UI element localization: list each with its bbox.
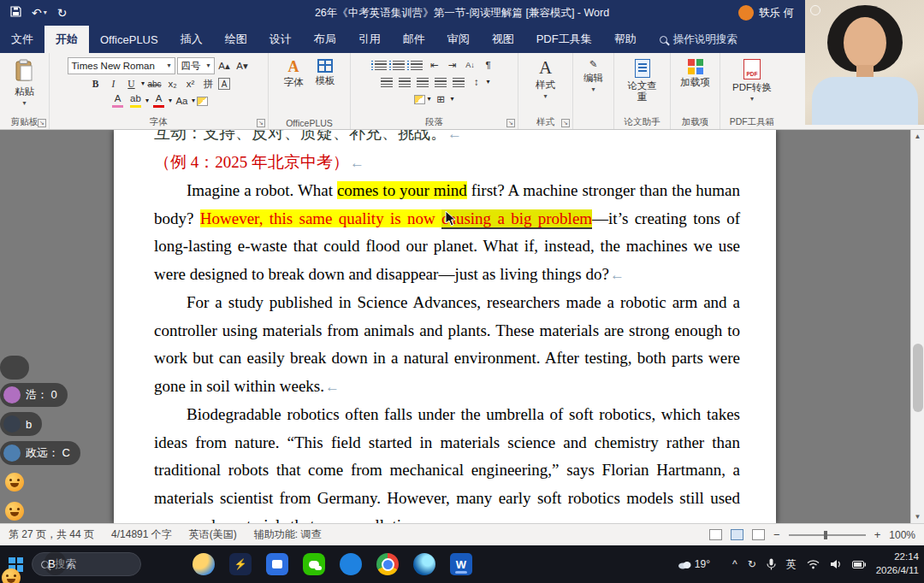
redo-button[interactable]: ↻ xyxy=(57,6,68,20)
tab-officeplus[interactable]: OfficePLUS xyxy=(89,26,169,53)
paragraph-dialog-launcher[interactable]: ↘ xyxy=(506,119,515,127)
word-app-icon[interactable]: W xyxy=(450,553,472,575)
clipboard-dialog-launcher[interactable]: ↘ xyxy=(38,119,46,127)
highlight-color-button[interactable]: ab xyxy=(127,93,144,109)
addins-button[interactable]: 加载项 xyxy=(676,56,714,91)
borders-icon[interactable]: ⊞ xyxy=(433,91,449,107)
styles-group: A 样式 ▾ 样式 ↘ xyxy=(518,53,573,129)
underline-button[interactable]: U xyxy=(123,76,139,91)
phonetic-guide-button[interactable]: 拼 xyxy=(200,76,216,91)
styles-button[interactable]: A 样式 ▾ xyxy=(531,56,560,103)
italic-button[interactable]: I xyxy=(105,76,121,91)
weather-widget-icon[interactable] xyxy=(192,553,215,575)
calendar-app-icon[interactable] xyxy=(266,553,288,575)
line-spacing-icon[interactable]: ↕ xyxy=(468,74,484,90)
paper-check-button[interactable]: 论文查重 xyxy=(619,56,665,105)
officeplus-template-button[interactable]: 模板 xyxy=(311,56,340,89)
scroll-down-icon[interactable]: ▼ xyxy=(911,510,924,523)
chrome-icon[interactable] xyxy=(376,553,399,575)
font-color-button[interactable]: A xyxy=(151,93,167,109)
distribute-icon[interactable] xyxy=(450,74,466,90)
character-border-button[interactable]: A xyxy=(218,78,230,90)
sort-icon[interactable]: A↓ xyxy=(462,57,478,73)
font-name-select[interactable]: Times New Roman▾ xyxy=(68,57,175,74)
tray-weather[interactable]: 19° xyxy=(678,558,710,570)
window-title: 26年《中考英语集训营》第一节-阅读理解篇 [兼容模式] - Word xyxy=(315,6,609,21)
tab-insert[interactable]: 插入 xyxy=(169,26,214,53)
pdf-convert-button[interactable]: PDF PDF转换 ▾ xyxy=(728,56,776,105)
align-center-icon[interactable] xyxy=(396,74,412,90)
zoom-slider[interactable] xyxy=(789,534,866,536)
zoom-slider-thumb[interactable] xyxy=(824,531,827,539)
decrease-indent-icon[interactable]: ⇤ xyxy=(426,57,442,73)
web-layout-icon[interactable] xyxy=(752,529,765,540)
save-icon[interactable] xyxy=(10,6,21,20)
tab-references[interactable]: 引用 xyxy=(347,26,392,53)
wifi-icon[interactable] xyxy=(807,559,820,569)
scrollbar-thumb[interactable] xyxy=(913,344,923,412)
title-bar: ↶▾ ↻ 26年《中考英语集训营》第一节-阅读理解篇 [兼容模式] - Word… xyxy=(0,0,924,26)
align-left-icon[interactable] xyxy=(378,74,394,90)
tab-review[interactable]: 审阅 xyxy=(436,26,481,53)
word-count[interactable]: 4/14891 个字 xyxy=(103,527,181,542)
qq-icon[interactable] xyxy=(340,553,362,575)
page-indicator[interactable]: 第 27 页，共 44 页 xyxy=(0,527,103,542)
edge-icon[interactable] xyxy=(413,553,435,575)
battery-icon[interactable] xyxy=(852,561,866,568)
input-language-indicator[interactable]: 英 xyxy=(786,557,797,572)
tell-me-search[interactable]: 操作说明搜索 xyxy=(648,26,749,53)
tab-help[interactable]: 帮助 xyxy=(603,26,648,53)
tray-expand-icon[interactable]: ^ xyxy=(732,558,737,570)
character-shading-icon[interactable] xyxy=(197,97,208,106)
change-case-button[interactable]: Aa xyxy=(174,93,190,109)
wechat-icon[interactable] xyxy=(303,553,325,575)
scroll-up-icon[interactable]: ▲ xyxy=(911,130,924,143)
numbering-icon[interactable] xyxy=(390,57,406,73)
superscript-button[interactable]: x² xyxy=(182,76,198,91)
bullets-icon[interactable] xyxy=(372,57,388,73)
show-paragraph-marks-icon[interactable]: ¶ xyxy=(480,57,496,73)
justify-icon[interactable] xyxy=(432,74,448,90)
language-indicator[interactable]: 英语(美国) xyxy=(181,527,246,542)
styles-dialog-launcher[interactable]: ↘ xyxy=(561,119,570,127)
vertical-scrollbar[interactable]: ▲ ▼ xyxy=(910,130,924,523)
zoom-in-icon[interactable]: + xyxy=(874,528,881,541)
increase-indent-icon[interactable]: ⇥ xyxy=(444,57,460,73)
strikethrough-button[interactable]: abc xyxy=(146,76,163,91)
editing-button[interactable]: ✎ 编辑 ▾ xyxy=(579,56,607,96)
paste-button[interactable]: 粘贴 ▾ xyxy=(10,56,38,109)
undo-button[interactable]: ↶▾ xyxy=(32,6,47,20)
tab-pdf-tools[interactable]: PDF工具集 xyxy=(525,26,603,53)
officeplus-font-button[interactable]: A 字体 xyxy=(280,56,308,91)
font-size-select[interactable]: 四号▾ xyxy=(177,57,215,74)
meeting-app-icon[interactable]: ⚡ xyxy=(229,553,252,575)
align-right-icon[interactable] xyxy=(414,74,430,90)
document-page[interactable]: 互动：支持、反对、质疑、补充、挑战。← （例 4：2025 年北京中考）← Im… xyxy=(114,130,776,523)
accessibility-status[interactable]: 辅助功能: 调查 xyxy=(246,527,330,542)
tray-time: 22:14 xyxy=(876,551,919,564)
bold-button[interactable]: B xyxy=(87,76,104,91)
print-layout-icon[interactable] xyxy=(731,529,743,540)
volume-icon[interactable] xyxy=(830,559,842,569)
tab-home[interactable]: 开始 xyxy=(44,26,89,53)
clock[interactable]: 22:14 2026/4/11 xyxy=(876,551,919,577)
sync-icon[interactable]: ↻ xyxy=(748,558,756,570)
font-dialog-launcher[interactable]: ↘ xyxy=(257,119,265,127)
subscript-button[interactable]: x₂ xyxy=(164,76,181,91)
tab-draw[interactable]: 绘图 xyxy=(214,26,258,53)
tab-mailings[interactable]: 邮件 xyxy=(392,26,436,53)
clear-formatting-button[interactable]: A xyxy=(110,93,126,109)
microphone-icon[interactable] xyxy=(767,558,776,570)
tab-design[interactable]: 设计 xyxy=(258,26,303,53)
grow-font-icon[interactable]: A▴ xyxy=(216,58,233,74)
zoom-out-icon[interactable]: − xyxy=(773,528,780,541)
read-mode-icon[interactable] xyxy=(709,529,722,540)
tab-file[interactable]: 文件 xyxy=(0,26,44,53)
account-chip[interactable]: 轶乐 何 xyxy=(738,5,794,21)
tab-view[interactable]: 视图 xyxy=(481,26,525,53)
shrink-font-icon[interactable]: A▾ xyxy=(234,58,251,74)
zoom-level[interactable]: 100% xyxy=(889,529,915,541)
tab-layout[interactable]: 布局 xyxy=(303,26,347,53)
multilevel-list-icon[interactable] xyxy=(408,57,424,73)
shading-icon[interactable] xyxy=(414,95,425,104)
